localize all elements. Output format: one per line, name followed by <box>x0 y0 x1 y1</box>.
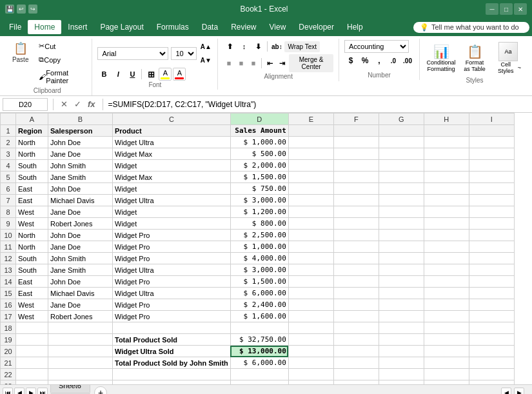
tab-navigation[interactable]: ⏮ ◀ ▶ ⏭ <box>3 388 48 395</box>
row-header-12[interactable]: 12 <box>1 253 16 264</box>
cell-C22[interactable] <box>113 369 231 380</box>
cell-F21[interactable] <box>333 357 379 369</box>
cell-I10[interactable] <box>469 230 514 241</box>
cell-H19[interactable] <box>424 334 469 346</box>
cell-B19[interactable] <box>48 334 113 346</box>
cell-A8[interactable]: West <box>16 206 48 218</box>
cell-D3[interactable]: $ 500.00 <box>230 148 288 160</box>
cell-H11[interactable] <box>424 241 469 253</box>
cell-A9[interactable]: West <box>16 218 48 230</box>
row-header-8[interactable]: 8 <box>1 206 16 218</box>
cell-F7[interactable] <box>333 195 379 206</box>
cell-A15[interactable]: East <box>16 288 48 299</box>
cell-A4[interactable]: South <box>16 160 48 172</box>
cell-D10[interactable]: $ 2,500.00 <box>230 230 288 241</box>
cell-A2[interactable]: North <box>16 137 48 148</box>
cell-I14[interactable] <box>469 276 514 288</box>
undo-icon[interactable]: ↩ <box>17 5 26 14</box>
cell-B18[interactable] <box>48 322 113 334</box>
cell-B13[interactable]: Jane Smith <box>48 264 113 276</box>
row-header-16[interactable]: 16 <box>1 299 16 311</box>
menu-developer[interactable]: Developer <box>292 20 340 34</box>
align-top-button[interactable]: ⬆ <box>223 40 236 53</box>
cell-B7[interactable]: Michael Davis <box>48 195 113 206</box>
cell-H12[interactable] <box>424 253 469 264</box>
cell-H4[interactable] <box>424 160 469 172</box>
cell-C6[interactable]: Widget <box>113 183 231 195</box>
scroll-controls[interactable]: ◀ ▶ <box>501 388 524 395</box>
font-size-select[interactable]: 10 <box>171 47 197 60</box>
italic-button[interactable]: I <box>112 68 124 81</box>
cell-I6[interactable] <box>469 183 514 195</box>
align-middle-button[interactable]: ↕ <box>237 40 250 53</box>
cell-G20[interactable] <box>379 346 424 357</box>
cell-G15[interactable] <box>379 288 424 299</box>
cell-D7[interactable]: $ 3,000.00 <box>230 195 288 206</box>
cell-B20[interactable] <box>48 346 113 357</box>
menu-file[interactable]: File <box>3 20 28 34</box>
cell-D15[interactable]: $ 6,000.00 <box>230 288 288 299</box>
highlight-color-button[interactable]: A <box>159 68 172 81</box>
cell-C2[interactable]: Widget Ultra <box>113 137 231 148</box>
cell-B8[interactable]: Jane Doe <box>48 206 113 218</box>
row-header-3[interactable]: 3 <box>1 148 16 160</box>
cell-H21[interactable] <box>424 357 469 369</box>
cell-B14[interactable]: John Doe <box>48 276 113 288</box>
cell-F16[interactable] <box>333 299 379 311</box>
cell-C17[interactable]: Widget Pro <box>113 311 231 322</box>
cell-H1[interactable] <box>424 125 469 137</box>
cell-E13[interactable] <box>288 264 333 276</box>
cell-D18[interactable] <box>230 322 288 334</box>
col-header-f[interactable]: F <box>333 113 379 125</box>
cell-F1[interactable] <box>333 125 379 137</box>
cell-C10[interactable]: Widget Pro <box>113 230 231 241</box>
cell-B15[interactable]: Michael Davis <box>48 288 113 299</box>
col-header-g[interactable]: G <box>379 113 424 125</box>
cell-H14[interactable] <box>424 276 469 288</box>
comma-button[interactable]: , <box>373 54 386 67</box>
increase-decimal-button[interactable]: .00 <box>401 54 414 67</box>
cell-F4[interactable] <box>333 160 379 172</box>
cell-I1[interactable] <box>469 125 514 137</box>
cell-H15[interactable] <box>424 288 469 299</box>
menu-insert[interactable]: Insert <box>61 20 94 34</box>
cell-A21[interactable] <box>16 357 48 369</box>
cut-button[interactable]: ✂ Cut <box>35 40 86 52</box>
cell-D19[interactable]: $ 32,750.00 <box>230 334 288 346</box>
cell-A16[interactable]: West <box>16 299 48 311</box>
cell-I11[interactable] <box>469 241 514 253</box>
conditional-formatting-button[interactable]: 📊 Conditional Formatting <box>425 42 457 74</box>
cell-A14[interactable]: East <box>16 276 48 288</box>
cell-F15[interactable] <box>333 288 379 299</box>
font-color-button[interactable]: A <box>173 68 186 81</box>
search-bar[interactable]: 💡 Tell me what you want to do <box>413 22 529 33</box>
cell-I12[interactable] <box>469 253 514 264</box>
copy-button[interactable]: ⧉ Copy <box>35 54 86 66</box>
cell-G21[interactable] <box>379 357 424 369</box>
cell-C21[interactable]: Total Product Sold by John Smith <box>113 357 231 369</box>
cell-C14[interactable]: Widget Pro <box>113 276 231 288</box>
tab-prev-button[interactable]: ◀ <box>14 388 25 395</box>
cell-E16[interactable] <box>288 299 333 311</box>
cell-styles-button[interactable]: Aa Cell Styles ~ <box>492 40 524 76</box>
cell-B21[interactable] <box>48 357 113 369</box>
cell-F3[interactable] <box>333 148 379 160</box>
cell-I17[interactable] <box>469 311 514 322</box>
row-header-5[interactable]: 5 <box>1 172 16 183</box>
cell-C13[interactable]: Widget Ultra <box>113 264 231 276</box>
cell-H13[interactable] <box>424 264 469 276</box>
cell-H8[interactable] <box>424 206 469 218</box>
align-bottom-button[interactable]: ⬇ <box>251 40 264 53</box>
cell-H6[interactable] <box>424 183 469 195</box>
formula-input[interactable] <box>108 98 529 111</box>
cell-B11[interactable]: Jane Doe <box>48 241 113 253</box>
increase-font-button[interactable]: A▲ <box>199 40 212 53</box>
cell-A12[interactable]: South <box>16 253 48 264</box>
cell-C7[interactable]: Widget Ultra <box>113 195 231 206</box>
font-family-select[interactable]: Arial <box>97 47 168 60</box>
align-left-button[interactable]: ≡ <box>223 57 234 70</box>
cell-E3[interactable] <box>288 148 333 160</box>
cell-H3[interactable] <box>424 148 469 160</box>
cell-B16[interactable]: Jane Doe <box>48 299 113 311</box>
window-controls[interactable]: ─ □ ✕ <box>486 3 527 15</box>
